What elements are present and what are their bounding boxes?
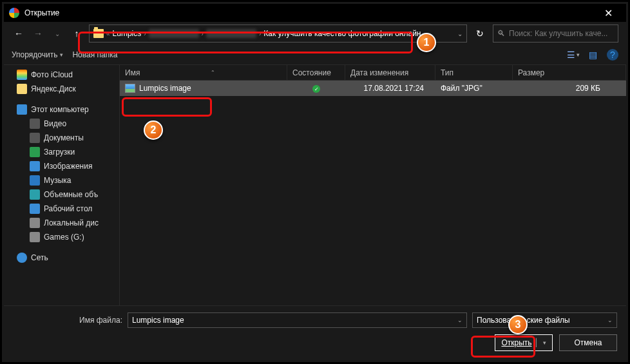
col-name[interactable]: Имя ⌃ bbox=[120, 65, 287, 80]
col-size[interactable]: Размер bbox=[513, 65, 626, 80]
dialog-bottom: Имя файла: Lumpics image ⌄ Пользовательс… bbox=[4, 306, 626, 360]
sidebar-item-localdisk[interactable]: Локальный дис bbox=[4, 216, 119, 230]
folder-icon bbox=[93, 29, 104, 38]
file-row[interactable]: Lumpics image ✓ 17.08.2021 17:24 Файл "J… bbox=[120, 81, 626, 96]
file-type: Файл "JPG" bbox=[441, 84, 482, 93]
refresh-button[interactable]: ↻ bbox=[472, 28, 488, 39]
file-list: Имя ⌃ Состояние Дата изменения Тип Разме… bbox=[120, 65, 626, 305]
chevron-left-icon: « bbox=[106, 30, 110, 37]
open-button[interactable]: Открыть ▏▾ bbox=[495, 334, 553, 351]
chevron-down-icon[interactable]: ⌄ bbox=[607, 317, 613, 323]
file-type-filter[interactable]: Пользовательские файлы ⌄ bbox=[472, 312, 617, 328]
forward-button[interactable]: → bbox=[31, 26, 45, 41]
close-button[interactable]: ✕ bbox=[595, 4, 621, 22]
titlebar: Открытие ✕ bbox=[4, 4, 626, 22]
chevron-right-icon: › bbox=[202, 30, 204, 37]
sidebar-item-yandex[interactable]: Яндекс.Диск bbox=[4, 82, 119, 96]
sidebar-item-downloads[interactable]: Загрузки bbox=[4, 145, 119, 159]
sidebar-item-video[interactable]: Видео bbox=[4, 117, 119, 131]
help-button[interactable]: ? bbox=[607, 49, 618, 61]
new-folder-button[interactable]: Новая папка bbox=[72, 50, 117, 59]
file-date: 17.08.2021 17:24 bbox=[364, 84, 424, 93]
image-file-icon bbox=[125, 84, 135, 93]
breadcrumb-item[interactable]: Lumpics bbox=[113, 29, 142, 38]
annotation-badge-3: 3 bbox=[508, 315, 528, 334]
breadcrumb-item[interactable]: Как улучшить качество фотографии онлайн bbox=[263, 29, 421, 38]
chevron-right-icon: › bbox=[144, 30, 146, 37]
sidebar: Фото iCloud Яндекс.Диск Этот компьютер В… bbox=[4, 65, 120, 305]
search-input[interactable]: 🔍︎ Поиск: Как улучшить каче... bbox=[493, 24, 618, 43]
sidebar-item-icloud[interactable]: Фото iCloud bbox=[4, 68, 119, 82]
sidebar-item-network[interactable]: Сеть bbox=[4, 251, 119, 265]
sidebar-item-games[interactable]: Games (G:) bbox=[4, 230, 119, 244]
file-name: Lumpics image bbox=[139, 84, 191, 93]
annotation-badge-2: 2 bbox=[144, 120, 163, 140]
breadcrumb-item-redacted[interactable]: xxxxxxx bbox=[206, 29, 256, 38]
sidebar-item-docs[interactable]: Документы bbox=[4, 131, 119, 145]
view-mode-button[interactable]: ☰▾ bbox=[568, 50, 578, 60]
sync-ok-icon: ✓ bbox=[312, 85, 320, 93]
annotation-badge-1: 1 bbox=[417, 33, 436, 52]
column-headers: Имя ⌃ Состояние Дата изменения Тип Разме… bbox=[120, 65, 626, 81]
toolbar: Упорядочить▾ Новая папка ☰▾ ▤ ? bbox=[4, 45, 626, 64]
recent-caret[interactable]: ⌄ bbox=[50, 26, 64, 41]
up-button[interactable]: ↑ bbox=[70, 26, 84, 41]
sidebar-item-3d[interactable]: Объемные объ bbox=[4, 187, 119, 202]
address-bar[interactable]: « Lumpics › xxxxxxx › xxxxxxx › Как улуч… bbox=[89, 24, 467, 43]
window-title: Открытие bbox=[24, 8, 59, 17]
chrome-icon bbox=[9, 8, 19, 18]
cancel-button[interactable]: Отмена bbox=[559, 334, 617, 351]
col-state[interactable]: Состояние bbox=[287, 65, 345, 80]
sidebar-item-music[interactable]: Музыка bbox=[4, 173, 119, 187]
sidebar-item-desktop[interactable]: Рабочий стол bbox=[4, 202, 119, 216]
chevron-right-icon: › bbox=[259, 30, 261, 37]
col-date[interactable]: Дата изменения bbox=[345, 65, 435, 80]
sidebar-item-images[interactable]: Изображения bbox=[4, 159, 119, 173]
filename-input[interactable]: Lumpics image ⌄ bbox=[128, 312, 467, 328]
sort-caret-icon: ⌃ bbox=[211, 70, 215, 75]
breadcrumb-item-redacted[interactable]: xxxxxxx bbox=[149, 29, 199, 38]
nav-row: ← → ⌄ ↑ « Lumpics › xxxxxxx › xxxxxxx › … bbox=[4, 22, 626, 45]
chevron-down-icon[interactable]: ⌄ bbox=[457, 30, 463, 37]
col-type[interactable]: Тип bbox=[435, 65, 513, 80]
back-button[interactable]: ← bbox=[12, 26, 26, 41]
organize-button[interactable]: Упорядочить▾ bbox=[12, 50, 63, 59]
chevron-down-icon[interactable]: ⌄ bbox=[457, 317, 463, 323]
sidebar-item-thispc[interactable]: Этот компьютер bbox=[4, 102, 119, 117]
file-size: 209 КБ bbox=[576, 84, 600, 93]
filename-label: Имя файла: bbox=[13, 316, 122, 325]
preview-pane-button[interactable]: ▤ bbox=[587, 50, 598, 60]
search-placeholder: Поиск: Как улучшить каче... bbox=[509, 29, 607, 38]
search-icon: 🔍︎ bbox=[497, 29, 505, 38]
file-open-dialog: Открытие ✕ ← → ⌄ ↑ « Lumpics › xxxxxxx ›… bbox=[4, 4, 626, 360]
